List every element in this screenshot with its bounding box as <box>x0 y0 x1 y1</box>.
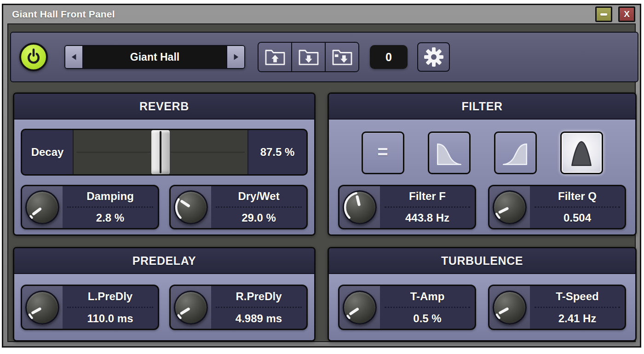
power-button[interactable] <box>19 43 48 71</box>
knob-zone <box>339 286 380 329</box>
folder-save-icon <box>298 48 319 66</box>
right-predelay-knob[interactable] <box>174 291 208 325</box>
knob-text: T-Speed 2.41 Hz <box>530 286 625 329</box>
knob-row: Damping 2.8 % <box>21 185 308 229</box>
section-reverb: REVERB Decay 87.5 % <box>13 92 316 236</box>
minimize-icon <box>600 13 607 16</box>
slider-label: Decay <box>22 130 73 174</box>
knob-label: Filter F <box>385 186 470 208</box>
knob-zone <box>171 286 211 329</box>
titlebar[interactable]: Giant Hall Front Panel X <box>3 5 640 23</box>
knob-text: T-Amp 0.5 % <box>380 286 475 329</box>
knob-row: L.PreDly 110.0 ms <box>21 285 308 330</box>
knob-label: T-Amp <box>385 286 470 308</box>
filter-flat-button[interactable]: = <box>362 131 404 174</box>
damping-knob-widget: Damping 2.8 % <box>21 185 159 229</box>
left-predelay-knob-widget: L.PreDly 110.0 ms <box>21 285 159 330</box>
damping-knob[interactable] <box>25 190 59 224</box>
gear-icon <box>423 46 445 68</box>
save-preset-as-button[interactable] <box>325 43 358 71</box>
equals-icon: = <box>377 143 388 161</box>
power-icon <box>23 46 44 68</box>
section-header: TURBULENCE <box>329 248 635 274</box>
knob-text: Damping 2.8 % <box>63 186 158 228</box>
knob-value: 443.8 Hz <box>385 208 470 228</box>
knob-zone <box>171 186 211 228</box>
close-button[interactable]: X <box>618 6 635 22</box>
knob-label: Filter Q <box>535 186 620 208</box>
filter-q-knob[interactable] <box>493 190 527 224</box>
knob-text: R.PreDly 4.989 ms <box>211 286 306 329</box>
knob-label: R.PreDly <box>216 286 302 308</box>
close-icon: X <box>624 9 630 19</box>
minimize-button[interactable] <box>595 6 612 22</box>
preset-file-buttons <box>258 42 359 72</box>
highpass-curve-icon <box>500 138 530 168</box>
knob-text: L.PreDly 110.0 ms <box>63 286 158 329</box>
section-title: FILTER <box>461 100 502 113</box>
slider-value: 87.5 % <box>248 130 306 174</box>
section-body: Decay 87.5 % <box>14 120 314 234</box>
load-preset-button[interactable] <box>259 43 291 71</box>
section-body: L.PreDly 110.0 ms <box>14 274 314 340</box>
knob-label: L.PreDly <box>67 286 153 308</box>
section-body: T-Amp 0.5 % <box>329 274 635 340</box>
section-title: REVERB <box>139 100 189 113</box>
t-speed-knob[interactable] <box>493 291 527 325</box>
filter-f-knob[interactable] <box>343 190 377 224</box>
arrow-right-icon <box>231 52 241 62</box>
filter-lowpass-button[interactable] <box>428 131 471 174</box>
folder-open-icon <box>264 48 286 66</box>
knob-zone <box>22 186 63 228</box>
knob-row: T-Amp 0.5 % <box>338 285 626 330</box>
window-title: Giant Hall Front Panel <box>12 9 589 20</box>
bandpass-curve-icon <box>566 138 597 168</box>
knob-zone <box>489 186 530 228</box>
filter-highpass-button[interactable] <box>494 131 537 174</box>
folder-save-as-icon <box>332 48 353 66</box>
t-speed-knob-widget: T-Speed 2.41 Hz <box>488 285 626 330</box>
preset-next-button[interactable] <box>226 46 244 68</box>
section-body: = <box>329 120 635 234</box>
t-amp-knob[interactable] <box>343 291 377 325</box>
plugin-body: Giant Hall <box>7 23 636 342</box>
section-header: FILTER <box>329 94 635 120</box>
knob-value: 4.989 ms <box>216 308 302 329</box>
drywet-knob[interactable] <box>174 190 208 224</box>
knob-row: Filter F 443.8 Hz <box>338 185 626 229</box>
knob-label: T-Speed <box>535 286 620 308</box>
right-predelay-knob-widget: R.PreDly 4.989 ms <box>169 285 308 330</box>
knob-zone <box>22 286 63 329</box>
knob-text: Dry/Wet 29.0 % <box>211 186 306 228</box>
toolbar: Giant Hall <box>10 32 638 82</box>
settings-button[interactable] <box>417 42 450 72</box>
knob-value: 2.8 % <box>67 208 153 228</box>
decay-slider-handle[interactable] <box>150 129 171 175</box>
arrow-left-icon <box>69 52 79 62</box>
knob-value: 110.0 ms <box>67 308 153 329</box>
filter-q-knob-widget: Filter Q 0.504 <box>488 185 626 229</box>
preset-counter-display[interactable]: 0 <box>370 45 408 69</box>
knob-zone <box>489 286 530 329</box>
knob-label: Dry/Wet <box>216 186 302 208</box>
save-preset-button[interactable] <box>291 43 325 71</box>
knob-value: 0.5 % <box>385 308 470 329</box>
preset-prev-button[interactable] <box>65 46 83 68</box>
knob-zone <box>339 186 380 228</box>
section-filter: FILTER = <box>328 92 637 236</box>
knob-value: 2.41 Hz <box>535 308 620 329</box>
section-predelay: PREDELAY L. <box>13 247 316 342</box>
left-predelay-knob[interactable] <box>25 291 59 325</box>
knob-text: Filter F 443.8 Hz <box>380 186 475 228</box>
lowpass-curve-icon <box>434 138 464 168</box>
preset-name-display[interactable]: Giant Hall <box>83 46 226 68</box>
plugin-window: Giant Hall Front Panel X G <box>2 4 641 348</box>
filter-bandpass-button[interactable] <box>560 131 603 174</box>
section-title: PREDELAY <box>132 254 196 268</box>
preset-selector: Giant Hall <box>64 45 245 69</box>
decay-slider-track[interactable] <box>73 130 248 174</box>
knob-text: Filter Q 0.504 <box>530 186 625 228</box>
filter-f-knob-widget: Filter F 443.8 Hz <box>338 185 476 229</box>
section-turbulence: TURBULENCE <box>328 247 637 342</box>
drywet-knob-widget: Dry/Wet 29.0 % <box>169 185 308 229</box>
